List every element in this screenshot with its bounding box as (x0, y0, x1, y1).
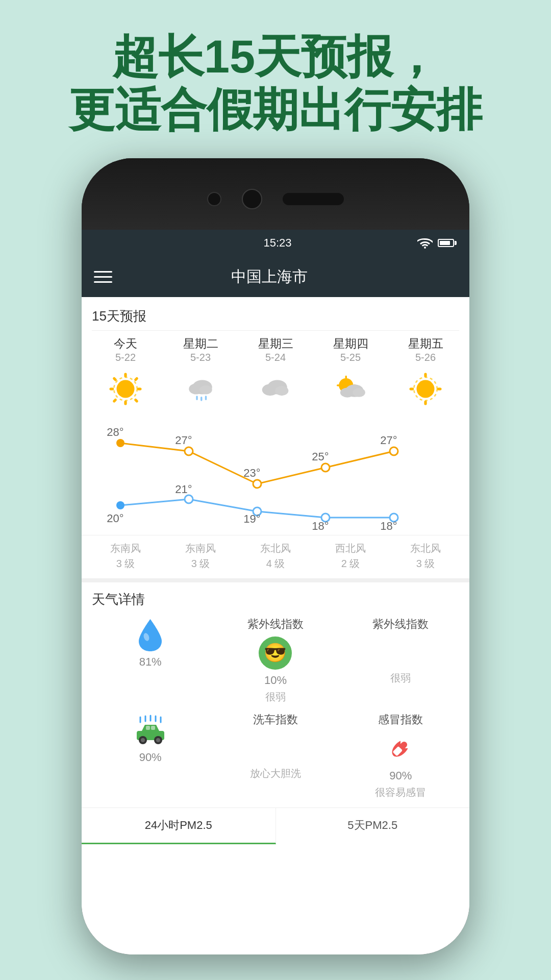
weather-content: 15天预报 今天 5-22 (82, 297, 469, 954)
day-name-1: 星期二 (183, 336, 218, 352)
details-section: 天气详情 81% (82, 578, 469, 807)
humidity-value: 81% (139, 655, 162, 669)
high-temp-dot-1 (185, 447, 193, 455)
svg-rect-2 (124, 373, 127, 378)
svg-text:25°: 25° (312, 450, 329, 463)
uv-sub: 很弱 (265, 690, 286, 704)
status-time: 15:23 (138, 236, 417, 250)
menu-button[interactable] (94, 271, 112, 283)
toolbar-city: 中国上海市 (112, 266, 427, 287)
day-name-3: 星期四 (333, 336, 368, 352)
day-date-2: 5-24 (265, 352, 286, 363)
svg-point-0 (117, 380, 135, 398)
status-icons (417, 237, 454, 249)
wind-item-1: 东南风 3 级 (167, 541, 234, 571)
water-drop-icon (133, 617, 168, 652)
phone-frame: 15:23 中国上海市 (82, 158, 469, 954)
svg-rect-5 (137, 387, 142, 390)
phone-top-bar (82, 158, 469, 230)
weather-icon-0 (105, 369, 146, 409)
wind-item-0: 东南风 3 级 (92, 541, 159, 571)
wind-level-3: 2 级 (317, 556, 384, 571)
svg-point-26 (353, 388, 365, 397)
weather-icon-1 (180, 369, 221, 409)
detail-humidity: 81% (92, 617, 209, 704)
svg-point-53 (141, 738, 145, 742)
wind-level-1: 3 级 (167, 556, 234, 571)
carwash-label: 洗车指数 (253, 712, 298, 727)
details-title: 天气详情 (92, 591, 459, 608)
details-grid: 81% 紫外线指数 😎 10% 很弱 (92, 617, 459, 704)
sun-icon-2 (408, 371, 443, 407)
wind-level-4: 3 级 (392, 556, 459, 571)
svg-text:27°: 27° (380, 434, 397, 447)
uv-label-2: 紫外线指数 (372, 617, 429, 632)
svg-rect-31 (410, 387, 414, 390)
svg-rect-15 (205, 396, 207, 400)
detail-cold: 感冒指数 90% 很容易感 (342, 712, 459, 799)
pm-tab-bar: 24小时PM2.5 5天PM2.5 (82, 807, 469, 844)
detail-uv: 紫外线指数 😎 10% 很弱 (217, 617, 334, 704)
day-name-4: 星期五 (408, 336, 443, 352)
weather-icon-3 (330, 369, 371, 409)
day-date-0: 5-22 (115, 352, 136, 363)
uv-icon: 😎 (258, 635, 293, 671)
weather-icon-4 (405, 369, 446, 409)
low-temp-dot-1 (185, 495, 193, 503)
svg-rect-30 (424, 401, 427, 405)
pill-icon (383, 730, 418, 766)
svg-point-55 (156, 738, 160, 742)
weather-icon-2 (255, 369, 296, 409)
svg-rect-4 (110, 387, 114, 390)
car-wash-icon (133, 712, 168, 748)
svg-point-25 (340, 387, 355, 397)
svg-rect-7 (134, 398, 139, 403)
day-date-1: 5-23 (190, 352, 211, 363)
svg-text:19°: 19° (243, 512, 260, 525)
high-temp-dot-3 (321, 463, 330, 472)
wind-dir-0: 东南风 (92, 541, 159, 556)
wind-dir-2: 东北风 (242, 541, 309, 556)
day-name-0: 今天 (114, 336, 137, 352)
wind-item-2: 东北风 4 级 (242, 541, 309, 571)
wind-dir-3: 西北风 (317, 541, 384, 556)
status-bar: 15:23 (82, 230, 469, 256)
temp-chart: 28° 27° 23° 25° 27° (82, 412, 469, 535)
pm-tab-24h[interactable]: 24小时PM2.5 (82, 808, 276, 844)
forecast-title: 15天预报 (92, 307, 459, 325)
svg-rect-13 (196, 396, 198, 400)
pm-tab-5d[interactable]: 5天PM2.5 (276, 808, 470, 844)
svg-rect-22 (337, 384, 340, 386)
cold-label: 感冒指数 (378, 712, 423, 727)
forecast-day-4: 星期五 5-26 (392, 336, 459, 412)
header-text: 超长15天预报， 更适合假期出行安排 (20, 31, 531, 136)
high-temp-dot-4 (390, 447, 398, 455)
day-name-2: 星期三 (258, 336, 293, 352)
detail-carwash: 90% (92, 712, 209, 799)
svg-text:27°: 27° (175, 434, 192, 447)
day-date-4: 5-26 (415, 352, 436, 363)
uv-value: 10% (264, 674, 287, 687)
svg-text:21°: 21° (175, 483, 192, 496)
cloud-icon (258, 371, 293, 407)
svg-text:18°: 18° (380, 520, 397, 532)
svg-text:18°: 18° (312, 520, 329, 532)
forecast-day-3: 星期四 5-25 (317, 336, 384, 412)
sun-icon (108, 371, 143, 407)
battery-icon (438, 239, 454, 247)
forecast-day-1: 星期二 5-23 (167, 336, 234, 412)
detail-carwash-label: 洗车指数 放心大胆洗 (217, 712, 334, 799)
svg-rect-8 (134, 377, 139, 382)
svg-rect-29 (424, 373, 427, 378)
svg-rect-50 (146, 726, 150, 730)
page-background: 超长15天预报， 更适合假期出行安排 15:23 (0, 0, 551, 980)
cloud-rain-icon (183, 371, 218, 407)
day-date-3: 5-25 (340, 352, 361, 363)
svg-rect-14 (201, 397, 203, 401)
app-toolbar: 中国上海市 (82, 256, 469, 297)
temp-chart-svg: 28° 27° 23° 25° 27° (87, 412, 454, 535)
svg-point-12 (199, 385, 212, 395)
carwash-sub: 放心大胆洗 (250, 767, 301, 780)
high-temp-dot-0 (116, 439, 124, 447)
phone-screen: 15:23 中国上海市 (82, 230, 469, 954)
